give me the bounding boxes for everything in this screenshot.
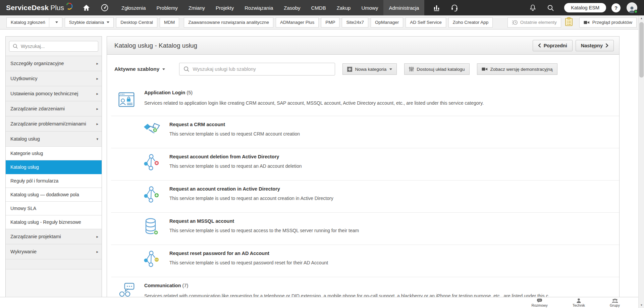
category-title[interactable]: Application Login (5)	[144, 89, 484, 95]
topnav-item-cmdb[interactable]: CMDB	[306, 0, 331, 15]
chevron-right-icon	[605, 43, 608, 48]
katalog-esm-button[interactable]: Katalog ESM	[564, 3, 606, 12]
sidebar-search-input[interactable]	[21, 44, 88, 49]
application-toolbar: Katalog zgłoszeń Szybkie działania Deskt…	[0, 15, 644, 30]
new-category-button[interactable]: Nowa kategoria	[342, 63, 397, 75]
topnav-item-problemy[interactable]: Problemy	[151, 0, 183, 15]
next-button[interactable]: Następny	[576, 40, 614, 51]
clipboard-button[interactable]	[565, 17, 573, 28]
category-title[interactable]: Communication (7)	[144, 282, 548, 288]
desktop-central-button[interactable]: Desktop Central	[116, 17, 157, 28]
service-title[interactable]: Request an MSSQL account	[169, 217, 359, 224]
service-item-ad-password-reset[interactable]: Request reset password for an AD Account…	[107, 245, 619, 277]
sidebar-item-szczegoly-organizacyjne[interactable]: Szczegóły organizacyjne ▸	[6, 56, 102, 71]
help-button[interactable]: ?	[611, 3, 621, 12]
previous-button[interactable]: Poprzedni	[533, 40, 573, 51]
sidebar-item-label: Zarządzanie zdarzeniami	[10, 106, 65, 111]
scrollbar-down-arrow[interactable]: ▼	[639, 302, 644, 308]
dashboard-button[interactable]	[95, 0, 114, 15]
sidebar-item-umowy-sla[interactable]: Umowy SLA	[6, 202, 102, 215]
topnav-item-zakup[interactable]: Zakup	[331, 0, 356, 15]
footer-rozmowy[interactable]: Rozmowy	[531, 298, 547, 307]
service-title[interactable]: Request account deletion from Active Dir…	[169, 153, 302, 159]
footer-grupy-label: Grupy	[610, 304, 620, 307]
katalog-zgloszen-label: Katalog zgłoszeń	[11, 20, 45, 25]
sidebar-item-dodatkowe-pola[interactable]: Katalog usług — dodatkowe pola	[6, 188, 102, 202]
service-item-ad-deletion[interactable]: Request account deletion from Active Dir…	[107, 148, 619, 180]
service-title[interactable]: Request a CRM account	[169, 120, 300, 127]
sidebar-item-reguly-biznesowe[interactable]: Katalog usług - Reguły biznesowe	[6, 215, 102, 229]
service-title[interactable]: Request an account creation in Active Di…	[169, 185, 333, 192]
category-application-login[interactable]: Application Login (5) Services related t…	[107, 84, 619, 116]
admanager-plus-button[interactable]: ADManager Plus	[276, 17, 319, 28]
topnav-item-umowy[interactable]: Umowy	[356, 0, 383, 15]
sidebar-item-reguly-pol[interactable]: Reguły pól i formularza	[6, 174, 102, 188]
service-title[interactable]: Request reset password for an AD Account	[169, 249, 328, 256]
sidebar-item-label: Katalog usług	[10, 136, 40, 142]
topnav-item-zmiany[interactable]: Zmiany	[183, 0, 210, 15]
topnav-item-zgloszenia[interactable]: Zgłoszenia	[116, 0, 151, 15]
footer-grupy[interactable]: Grupy	[610, 298, 620, 307]
recent-items-button[interactable]: Ostatnie elementy	[507, 17, 561, 28]
database-add-icon	[143, 217, 161, 240]
sidebar-item-uzytkownicy[interactable]: Użytkownicy ▸	[6, 71, 102, 86]
pmp-button[interactable]: PMP	[321, 17, 339, 28]
sidebar-item-zarzadzanie-projektami[interactable]: Zarządzanie projektami ▸	[6, 229, 102, 244]
ad-self-service-button[interactable]: AD Self Service	[406, 17, 446, 28]
product-tour-button[interactable]: Przegląd produktów	[579, 17, 637, 28]
reports-button[interactable]	[433, 4, 445, 11]
topnav-menu: Zgłoszenia Problemy Zmiany Projekty Rozw…	[116, 0, 424, 15]
dashboard-gauge-icon	[101, 4, 109, 12]
scrollbar-up-arrow[interactable]: ▲	[639, 15, 644, 21]
category-communication[interactable]: Communication (7) Services related with …	[107, 277, 619, 297]
topnav-item-projekty[interactable]: Projekty	[210, 0, 239, 15]
footer-technik[interactable]: Technik	[573, 298, 585, 307]
szybkie-dzialania-label: Szybkie działania	[69, 20, 104, 25]
service-item-crm-account[interactable]: Request a CRM account This service templ…	[107, 116, 619, 148]
customize-layout-button[interactable]: Dostosuj układ katalogu	[404, 63, 469, 75]
sidebar-item-label: Szczegóły organizacyjne	[10, 61, 64, 66]
category-name: Communication	[144, 283, 181, 288]
sidebar-item-zarzadzanie-zdarzeniami[interactable]: Zarządzanie zdarzeniami ▸	[6, 101, 102, 116]
new-category-label: Nowa kategoria	[355, 67, 386, 72]
sidebar-item-katalog-uslug-parent[interactable]: Katalog usług ▾	[6, 132, 102, 147]
sidebar-item-katalog-uslug-selected[interactable]: Katalog usług	[6, 160, 102, 174]
topnav-item-administracja[interactable]: Administracja	[383, 0, 424, 15]
site24x7-button[interactable]: Site24x7	[342, 17, 368, 28]
video-camera-icon	[482, 67, 488, 71]
home-button[interactable]	[77, 0, 95, 15]
servicedesk-plus-logo[interactable]: ServiceDesk Plus	[0, 0, 77, 15]
page-title: Katalog usług - Katalog usług	[114, 42, 197, 49]
mdm-button[interactable]: MDM	[160, 17, 179, 28]
sidebar-item-partial[interactable]	[6, 259, 102, 269]
service-item-ad-creation[interactable]: Request an account creation in Active Di…	[107, 181, 619, 212]
template-filter-dropdown[interactable]: Aktywne szablony	[114, 66, 165, 72]
zoho-creator-app-button[interactable]: Zoho Creator App	[448, 17, 493, 28]
user-menu[interactable]	[627, 2, 637, 13]
katalog-zgloszen-caret[interactable]	[49, 18, 58, 27]
sidebar-item-wykrywanie[interactable]: Wykrywanie ▸	[6, 244, 102, 259]
sidebar-item-ustawienia-pomocy[interactable]: Ustawienia pomocy technicznej ▸	[6, 86, 102, 101]
service-search-box[interactable]	[179, 63, 335, 75]
chat-icon	[537, 298, 542, 303]
analytics-button[interactable]: Zaawansowane rozwiązania analityczne	[184, 17, 273, 28]
topnav-item-zasoby[interactable]: Zasoby	[278, 0, 306, 15]
scrollbar-thumb[interactable]	[639, 22, 644, 78]
service-item-mssql-account[interactable]: Request an MSSQL account This service te…	[107, 213, 619, 245]
katalog-zgloszen-dropdown[interactable]: Katalog zgłoszeń	[6, 17, 62, 28]
chevron-right-icon: ▸	[96, 235, 98, 239]
headset-icon	[451, 4, 458, 12]
service-search-input[interactable]	[193, 66, 320, 72]
vertical-scrollbar[interactable]: ▲ ▼	[638, 15, 644, 308]
szybkie-dzialania-dropdown[interactable]: Szybkie działania	[65, 17, 114, 28]
topnav-item-rozwiazania[interactable]: Rozwiązania	[239, 0, 278, 15]
sidebar-item-zarzadzanie-problemami[interactable]: Zarządzanie problemami/zmianami ▸	[6, 116, 102, 132]
notifications-button[interactable]	[524, 4, 542, 12]
opmanager-button[interactable]: OpManager	[371, 17, 403, 28]
view-demo-button[interactable]: Zobacz wersję demonstracyjną	[477, 63, 557, 75]
sidebar-search-box[interactable]	[9, 41, 98, 52]
support-button[interactable]	[445, 4, 464, 12]
global-search-button[interactable]	[542, 4, 559, 11]
network-add-icon	[143, 185, 161, 208]
sidebar-item-kategorie-uslug[interactable]: Kategorie usług	[6, 147, 102, 160]
